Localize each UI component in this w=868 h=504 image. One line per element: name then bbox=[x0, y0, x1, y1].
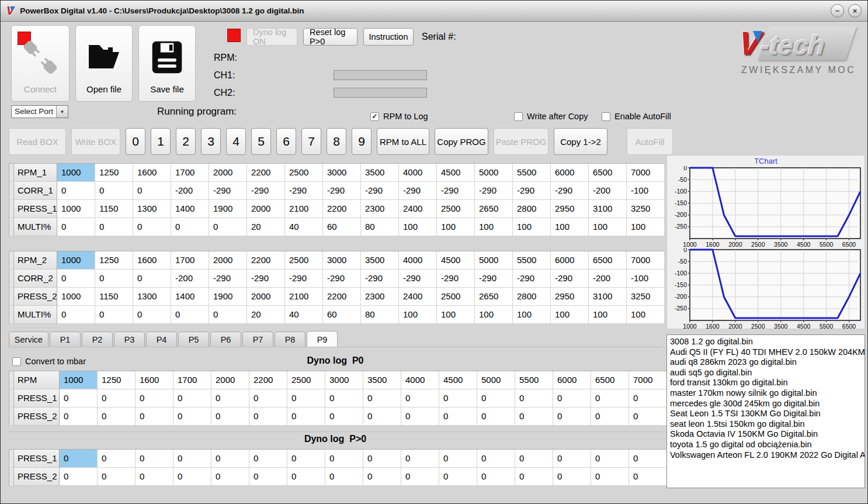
program-button[interactable]: 5 bbox=[251, 128, 271, 155]
cell[interactable]: 3000 bbox=[323, 164, 361, 182]
cell[interactable]: 0 bbox=[401, 408, 439, 426]
file-list-item[interactable]: mercedes gle 300d 245km go digital.bin bbox=[670, 399, 862, 409]
cell[interactable]: 5500 bbox=[515, 371, 553, 389]
cell[interactable]: 1300 bbox=[133, 200, 171, 218]
cell[interactable]: 3500 bbox=[363, 371, 401, 389]
cell[interactable]: 2000 bbox=[247, 200, 285, 218]
file-list-item[interactable]: toyota 1.5 go digital od obciążenia.bin bbox=[670, 440, 862, 450]
cell[interactable]: 1000 bbox=[57, 164, 95, 182]
file-list-item[interactable]: master 170km nowy silnik go digital.bin bbox=[670, 388, 862, 399]
cell[interactable]: 0 bbox=[60, 468, 98, 486]
chevron-down-icon[interactable]: ▼ bbox=[56, 106, 68, 118]
cell[interactable]: 0 bbox=[477, 468, 515, 486]
cell[interactable]: -290 bbox=[209, 270, 247, 288]
cell[interactable]: 6500 bbox=[589, 164, 627, 182]
cell[interactable]: -290 bbox=[513, 182, 551, 200]
cell[interactable]: 80 bbox=[361, 218, 399, 236]
program-button[interactable]: 4 bbox=[226, 128, 246, 155]
cell[interactable]: 80 bbox=[361, 306, 399, 324]
cell[interactable]: 0 bbox=[136, 468, 173, 486]
cell[interactable]: 1400 bbox=[171, 288, 209, 306]
cell[interactable]: -290 bbox=[437, 182, 475, 200]
cell[interactable]: 0 bbox=[98, 468, 136, 486]
cell[interactable]: 3250 bbox=[627, 200, 665, 218]
cell[interactable]: 0 bbox=[60, 450, 98, 468]
cell[interactable]: 0 bbox=[629, 468, 667, 486]
cell[interactable]: 1300 bbox=[133, 288, 171, 306]
cell[interactable]: 100 bbox=[627, 306, 665, 324]
cell[interactable]: 100 bbox=[399, 218, 437, 236]
cell[interactable]: 0 bbox=[477, 450, 515, 468]
cell[interactable]: 2200 bbox=[249, 371, 287, 389]
file-list-item[interactable]: audi q8 286km 2023 go digital.bin bbox=[670, 357, 862, 368]
cell[interactable]: -290 bbox=[475, 182, 513, 200]
enable-autofill-checkbox[interactable] bbox=[602, 112, 610, 121]
cell[interactable]: 2950 bbox=[551, 288, 589, 306]
cell[interactable]: 0 bbox=[171, 306, 209, 324]
cell[interactable]: 1900 bbox=[209, 200, 247, 218]
cell[interactable]: 2200 bbox=[323, 200, 361, 218]
cell[interactable]: -290 bbox=[361, 270, 399, 288]
cell[interactable]: 0 bbox=[553, 389, 591, 408]
program-button[interactable]: 9 bbox=[352, 128, 371, 155]
cell[interactable]: 0 bbox=[401, 450, 439, 468]
tab-service[interactable]: Service bbox=[9, 332, 48, 347]
program-button[interactable]: 6 bbox=[276, 128, 296, 155]
cell[interactable]: 6000 bbox=[553, 371, 591, 389]
tab-p1[interactable]: P1 bbox=[50, 332, 81, 347]
file-list-item[interactable]: seat leon 1.5tsi 150km go digital.bin bbox=[670, 419, 862, 430]
cell[interactable]: 0 bbox=[591, 468, 629, 486]
cell[interactable]: 0 bbox=[133, 182, 171, 200]
cell[interactable]: 0 bbox=[60, 408, 98, 426]
cell[interactable]: 0 bbox=[439, 408, 477, 426]
tab-p6[interactable]: P6 bbox=[210, 332, 241, 347]
cell[interactable]: 2000 bbox=[211, 371, 249, 389]
cell[interactable]: 2950 bbox=[551, 200, 589, 218]
cell[interactable]: 0 bbox=[553, 468, 591, 486]
cell[interactable]: 0 bbox=[98, 389, 136, 408]
cell[interactable]: 0 bbox=[57, 306, 95, 324]
cell[interactable]: 60 bbox=[323, 218, 361, 236]
cell[interactable]: 4500 bbox=[439, 371, 477, 389]
rpm-to-all-button[interactable]: RPM to ALL bbox=[377, 128, 429, 155]
cell[interactable]: 2500 bbox=[287, 371, 325, 389]
cell[interactable]: 0 bbox=[133, 306, 171, 324]
cell[interactable]: 2400 bbox=[399, 288, 437, 306]
cell[interactable]: 1600 bbox=[133, 251, 171, 270]
cell[interactable]: -100 bbox=[627, 270, 665, 288]
minimize-button[interactable]: − bbox=[831, 4, 844, 18]
instruction-button[interactable]: Instruction bbox=[363, 28, 414, 46]
tab-p2[interactable]: P2 bbox=[82, 332, 113, 347]
cell[interactable]: 0 bbox=[629, 389, 667, 408]
cell[interactable]: 2200 bbox=[247, 251, 285, 270]
cell[interactable]: 0 bbox=[629, 450, 667, 468]
cell[interactable]: 0 bbox=[287, 389, 325, 408]
cell[interactable]: 1600 bbox=[136, 371, 173, 389]
cell[interactable]: 0 bbox=[553, 450, 591, 468]
tab-p5[interactable]: P5 bbox=[178, 332, 209, 347]
file-list-item[interactable]: ford transit 130km go digital.bin bbox=[670, 378, 862, 388]
cell[interactable]: 0 bbox=[477, 389, 515, 408]
cell[interactable]: 0 bbox=[363, 408, 401, 426]
cell[interactable]: 0 bbox=[287, 408, 325, 426]
cell[interactable]: 0 bbox=[95, 182, 133, 200]
cell[interactable]: 0 bbox=[249, 468, 287, 486]
cell[interactable]: 100 bbox=[551, 306, 589, 324]
cell[interactable]: 0 bbox=[173, 408, 211, 426]
select-port-dropdown[interactable]: Select Port ▼ bbox=[11, 105, 68, 118]
program-button[interactable]: 7 bbox=[301, 128, 321, 155]
cell[interactable]: -200 bbox=[589, 182, 627, 200]
cell[interactable]: 6500 bbox=[591, 371, 629, 389]
cell[interactable]: 1250 bbox=[98, 371, 136, 389]
title-bar[interactable]: V PowerBox Digital v1.40 - C:\Users\Prod… bbox=[1, 1, 867, 22]
cell[interactable]: 4000 bbox=[399, 251, 437, 270]
program-button[interactable]: 3 bbox=[201, 128, 221, 155]
cell[interactable]: -290 bbox=[513, 270, 551, 288]
cell[interactable]: 0 bbox=[363, 450, 401, 468]
cell[interactable]: 60 bbox=[323, 306, 361, 324]
tab-p4[interactable]: P4 bbox=[146, 332, 177, 347]
cell[interactable]: -290 bbox=[551, 270, 589, 288]
cell[interactable]: 0 bbox=[629, 408, 667, 426]
cell[interactable]: 0 bbox=[591, 408, 629, 426]
cell[interactable]: 2000 bbox=[247, 288, 285, 306]
